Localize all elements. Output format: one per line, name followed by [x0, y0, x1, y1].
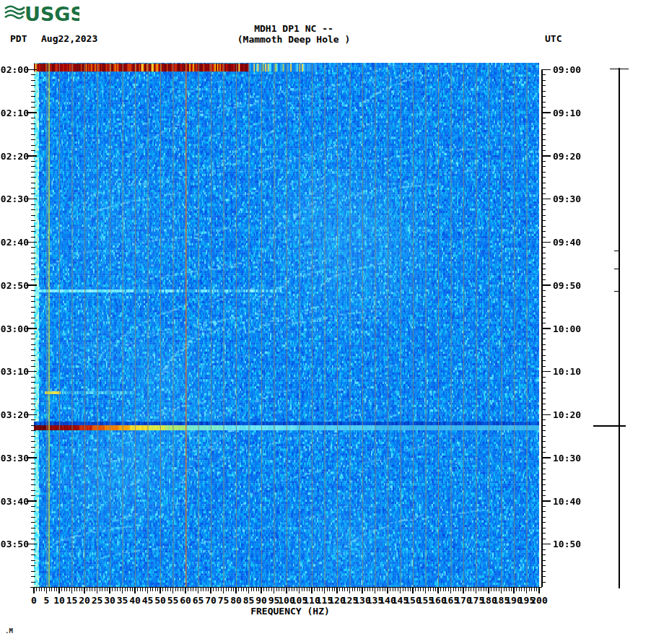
pdt-time-label: 03:30: [0, 453, 29, 464]
freq-minor-tick: [256, 587, 257, 591]
freq-minor-tick: [150, 587, 151, 591]
freq-minor-tick: [529, 587, 530, 591]
freq-minor-tick: [258, 587, 259, 591]
freq-minor-tick: [364, 587, 365, 591]
freq-tick-label: 90: [255, 595, 267, 606]
time-minor-tick-left: [31, 177, 35, 178]
freq-minor-tick: [415, 587, 416, 591]
time-minor-tick-left: [31, 441, 35, 442]
freq-minor-tick: [266, 587, 267, 591]
time-minor-tick-left: [31, 145, 35, 146]
freq-minor-tick: [82, 587, 82, 591]
freq-minor-tick: [329, 587, 330, 591]
time-minor-tick-left: [31, 377, 35, 378]
time-major-tick-right: [541, 500, 551, 502]
time-minor-tick-left: [31, 349, 35, 350]
time-major-tick-right: [541, 69, 551, 71]
time-minor-tick-left: [31, 490, 35, 491]
time-minor-tick-left: [31, 129, 35, 129]
time-minor-tick-left: [31, 85, 35, 86]
time-minor-tick-left: [31, 279, 35, 280]
time-minor-tick-left: [31, 161, 35, 162]
freq-minor-tick: [140, 587, 141, 591]
time-minor-tick-left: [31, 554, 35, 555]
freq-minor-tick: [188, 587, 188, 591]
freq-minor-tick: [241, 587, 242, 591]
freq-minor-tick: [435, 587, 436, 591]
freq-minor-tick: [137, 587, 138, 591]
freq-minor-tick: [228, 587, 229, 591]
freq-minor-tick: [170, 587, 171, 591]
time-minor-tick-left: [31, 474, 35, 474]
time-minor-tick-left: [31, 150, 35, 151]
freq-minor-tick: [357, 587, 358, 591]
freq-minor-tick: [125, 587, 126, 591]
freq-minor-tick: [307, 587, 307, 591]
freq-minor-tick: [292, 587, 292, 591]
freq-minor-tick: [420, 587, 421, 591]
freq-minor-tick: [408, 587, 408, 591]
freq-major-tick: [526, 587, 528, 593]
freq-minor-tick: [142, 587, 143, 591]
time-minor-tick-left: [31, 226, 35, 227]
freq-major-tick: [463, 587, 464, 593]
station-title: MDH1 DP1 NC --: [254, 23, 333, 34]
time-minor-tick-left: [31, 258, 35, 258]
freq-minor-tick: [342, 587, 343, 591]
freq-minor-tick: [246, 587, 247, 591]
time-minor-tick-left: [31, 301, 35, 302]
freq-tick-label: 0: [31, 595, 37, 606]
time-minor-tick-left: [31, 253, 35, 253]
freq-tick-label: 20: [79, 595, 90, 606]
freq-minor-tick: [105, 587, 105, 591]
freq-minor-tick: [509, 587, 510, 591]
freq-minor-tick: [206, 587, 206, 591]
freq-minor-tick: [201, 587, 201, 591]
freq-minor-tick: [440, 587, 441, 591]
freq-minor-tick: [218, 587, 219, 591]
freq-minor-tick: [294, 587, 294, 591]
freq-minor-tick: [504, 587, 504, 591]
freq-minor-tick: [448, 587, 449, 591]
time-minor-tick-left: [31, 576, 35, 577]
time-minor-tick-left: [31, 436, 35, 437]
freq-tick-label: 15: [66, 595, 78, 606]
pdt-time-label: 02:40: [0, 237, 29, 248]
freq-minor-tick: [385, 587, 385, 591]
time-minor-tick-left: [31, 549, 35, 550]
freq-minor-tick: [100, 587, 100, 591]
usgs-logo-text: USGS: [25, 3, 79, 25]
freq-minor-tick: [380, 587, 380, 591]
freq-minor-tick: [405, 587, 406, 591]
freq-major-tick: [58, 587, 60, 593]
freq-major-tick: [425, 587, 427, 593]
time-minor-tick-left: [31, 533, 35, 534]
freq-minor-tick: [403, 587, 403, 591]
freq-minor-tick: [41, 587, 42, 591]
freq-major-tick: [46, 587, 48, 593]
pdt-time-label: 03:40: [0, 496, 29, 507]
freq-major-tick: [538, 587, 540, 593]
time-minor-tick-left: [31, 91, 35, 92]
freq-minor-tick: [79, 587, 80, 591]
freq-minor-tick: [445, 587, 446, 591]
freq-major-tick: [476, 587, 477, 593]
freq-minor-tick: [183, 587, 183, 591]
time-minor-tick-left: [31, 123, 35, 124]
time-minor-tick-left: [31, 560, 35, 561]
freq-minor-tick: [167, 587, 168, 591]
freq-minor-tick: [95, 587, 95, 591]
time-minor-tick-left: [31, 388, 35, 388]
time-minor-tick-left: [31, 172, 35, 173]
freq-major-tick: [299, 587, 300, 593]
freq-minor-tick: [284, 587, 284, 591]
freq-minor-tick: [359, 587, 360, 591]
freq-minor-tick: [471, 587, 471, 591]
freq-major-tick: [400, 587, 401, 593]
spectrogram-page: USGS PDT Aug22,2023 MDH1 DP1 NC -- (Mamm…: [0, 0, 651, 644]
utc-time-label: 09:20: [553, 151, 581, 162]
time-minor-tick-left: [31, 247, 35, 248]
freq-major-tick: [324, 587, 326, 593]
time-minor-tick-left: [31, 339, 35, 339]
freq-minor-tick: [216, 587, 217, 591]
